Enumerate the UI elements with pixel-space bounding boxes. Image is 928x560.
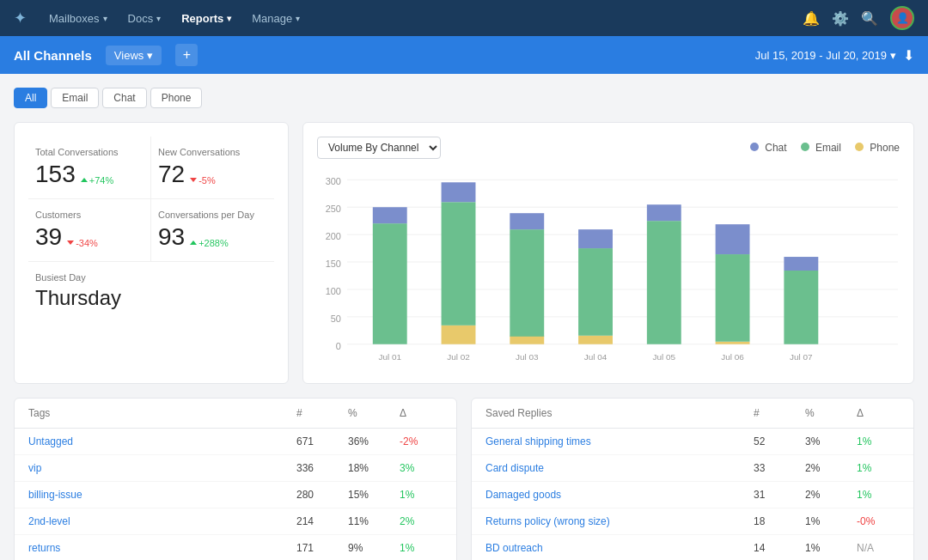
bar-phone-3 <box>510 336 544 344</box>
chevron-down-icon: ▾ <box>156 14 161 23</box>
legend-phone: Phone <box>855 142 900 154</box>
chart-panel: Volume By Channel Chat Email Phone <box>302 122 914 384</box>
views-button[interactable]: Views ▾ <box>106 46 162 65</box>
tag-pct-4: 9% <box>348 542 400 554</box>
stat-new-conversations: New Conversations 72 -5% <box>151 137 274 199</box>
saved-col-pct: % <box>805 407 857 419</box>
nav-reports[interactable]: Reports ▾ <box>173 9 240 28</box>
bar-chat-1 <box>373 207 407 223</box>
reply-count-4: 14 <box>754 542 805 554</box>
stat-label-customers: Customers <box>35 210 143 220</box>
add-view-button[interactable]: + <box>175 44 198 66</box>
legend-phone-dot <box>855 143 864 151</box>
svg-text:Jul 06: Jul 06 <box>721 352 744 362</box>
tag-count-1: 336 <box>296 462 348 474</box>
table-row: Returns policy (wrong size) 18 1% -0% <box>472 508 913 535</box>
stats-panel: Total Conversations 153 +74% New Convers… <box>14 122 289 384</box>
tag-pct-3: 11% <box>348 515 400 527</box>
bar-chat-6 <box>716 224 750 254</box>
filter-tab-email[interactable]: Email <box>51 88 99 108</box>
chevron-down-icon: ▾ <box>147 49 153 62</box>
tag-count-0: 671 <box>296 435 348 447</box>
reply-delta-4: N/A <box>857 542 900 554</box>
filter-tab-chat[interactable]: Chat <box>102 88 146 108</box>
bell-icon[interactable]: 🔔 <box>803 10 820 27</box>
stat-label-perday: Conversations per Day <box>158 210 267 220</box>
tag-link-1[interactable]: vip <box>28 462 296 474</box>
table-row: returns 171 9% 1% <box>15 535 456 560</box>
svg-text:Jul 01: Jul 01 <box>378 352 401 362</box>
stat-change-customers: -34% <box>67 238 98 248</box>
tags-col-delta: Δ <box>400 407 443 419</box>
stat-conv-per-day: Conversations per Day 93 +288% <box>151 199 274 262</box>
table-row: General shipping times 52 3% 1% <box>472 429 913 455</box>
bar-phone-6 <box>716 342 750 344</box>
main-content: All Email Chat Phone Total Conversations… <box>0 74 928 560</box>
reply-delta-1: 1% <box>857 462 900 474</box>
nav-mailboxes[interactable]: Mailboxes ▾ <box>40 9 116 28</box>
settings-icon[interactable]: ⚙️ <box>832 10 849 27</box>
reply-link-4[interactable]: BD outreach <box>485 542 754 554</box>
nav-right: 🔔 ⚙️ 🔍 👤 <box>803 6 914 30</box>
stat-label-total: Total Conversations <box>35 147 143 157</box>
bar-email-2 <box>442 202 476 326</box>
legend-email: Email <box>801 142 841 154</box>
tag-count-2: 280 <box>296 489 348 501</box>
reply-link-2[interactable]: Damaged goods <box>485 489 754 501</box>
legend-email-dot <box>801 143 809 151</box>
bar-chat-2 <box>442 182 476 202</box>
tag-link-3[interactable]: 2nd-level <box>28 515 296 527</box>
stats-chart-grid: Total Conversations 153 +74% New Convers… <box>14 122 914 384</box>
filter-tab-phone[interactable]: Phone <box>150 88 203 108</box>
stat-label-new: New Conversations <box>158 147 267 157</box>
busiest-day-label: Busiest Day <box>35 272 267 283</box>
bar-email-4 <box>578 248 613 336</box>
saved-col-delta: Δ <box>857 407 900 419</box>
reply-pct-0: 3% <box>805 435 857 447</box>
reply-count-3: 18 <box>754 515 805 527</box>
busiest-day-section: Busiest Day Thursday <box>28 262 274 320</box>
chart-type-select[interactable]: Volume By Channel <box>317 137 441 159</box>
filter-tab-all[interactable]: All <box>14 88 47 108</box>
tag-delta-0: -2% <box>400 435 443 447</box>
bar-chart-svg: 300 250 200 150 100 50 0 <box>317 169 900 367</box>
bar-chat-4 <box>578 229 613 248</box>
arrow-down-icon <box>190 178 197 182</box>
reply-link-0[interactable]: General shipping times <box>485 435 754 447</box>
tag-link-4[interactable]: returns <box>28 542 296 554</box>
chevron-down-icon: ▾ <box>227 14 231 23</box>
chart-legend: Chat Email Phone <box>750 142 900 154</box>
download-button[interactable]: ⬇ <box>903 47 914 64</box>
tags-table-header: Tags # % Δ <box>15 399 456 429</box>
bar-phone-2 <box>442 326 476 344</box>
chevron-down-icon: ▾ <box>103 14 107 23</box>
reply-delta-0: 1% <box>857 435 900 447</box>
tag-pct-0: 36% <box>348 435 400 447</box>
nav-docs[interactable]: Docs ▾ <box>119 9 170 28</box>
svg-text:150: 150 <box>326 259 341 269</box>
svg-text:250: 250 <box>326 204 341 214</box>
reply-pct-1: 2% <box>805 462 857 474</box>
table-row: BD outreach 14 1% N/A <box>472 535 913 560</box>
reply-count-1: 33 <box>754 462 805 474</box>
legend-chat: Chat <box>750 142 787 154</box>
tag-delta-3: 2% <box>400 515 443 527</box>
tag-link-2[interactable]: billing-issue <box>28 489 296 501</box>
tag-delta-4: 1% <box>400 542 443 554</box>
nav-manage[interactable]: Manage ▾ <box>243 9 308 28</box>
bottom-tables: Tags # % Δ Untagged 671 36% -2% vip 336 … <box>14 398 914 560</box>
reply-count-0: 52 <box>754 435 805 447</box>
bar-chat-7 <box>784 257 818 271</box>
busiest-day-value: Thursday <box>35 286 267 310</box>
logo-icon: ✦ <box>14 9 27 27</box>
saved-col-count: # <box>754 407 805 419</box>
table-row: Damaged goods 31 2% 1% <box>472 482 913 508</box>
date-range-display[interactable]: Jul 15, 2019 - Jul 20, 2019 ▾ <box>755 49 896 62</box>
search-icon[interactable]: 🔍 <box>861 10 878 27</box>
user-avatar[interactable]: 👤 <box>890 6 914 30</box>
bar-email-3 <box>510 229 544 337</box>
tag-link-0[interactable]: Untagged <box>28 435 296 447</box>
reply-link-3[interactable]: Returns policy (wrong size) <box>485 515 754 527</box>
reply-link-1[interactable]: Card dispute <box>485 462 754 474</box>
svg-text:Jul 07: Jul 07 <box>790 352 813 362</box>
